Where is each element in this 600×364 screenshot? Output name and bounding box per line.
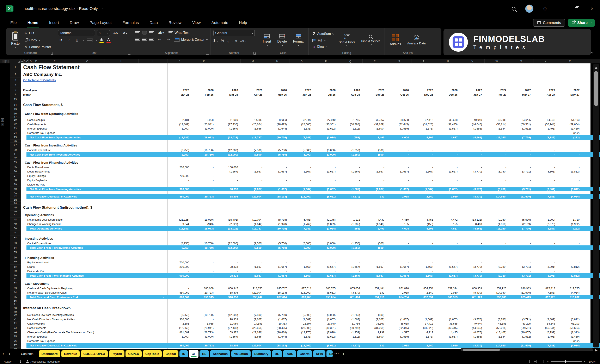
cell-value[interactable]: (1,250) [338, 246, 363, 249]
label-cell[interactable]: Net (Increase) Decrease In Cash [21, 291, 168, 294]
cell-value[interactable]: - [534, 270, 558, 273]
cell-value[interactable]: - [534, 166, 558, 169]
row-header-19[interactable]: 19 [10, 118, 21, 122]
cell-value[interactable]: (11,160) [485, 227, 509, 230]
cell-value[interactable]: - [534, 339, 558, 343]
cell-value[interactable]: 4,450 [387, 218, 412, 221]
sheet-tab-revenue[interactable]: Revenue [61, 350, 80, 357]
label-cell[interactable]: Month [21, 93, 168, 96]
cell-value[interactable]: (1,940) [363, 222, 387, 226]
increase-font-button[interactable]: A˄ [112, 31, 120, 36]
cell-value[interactable]: (28,506) [290, 326, 314, 329]
cell-value[interactable]: - [534, 313, 558, 317]
row-label[interactable]: Capital Expenditure [21, 148, 51, 152]
cell-value[interactable]: (3,801) [534, 188, 558, 191]
cell-value[interactable]: - [314, 131, 338, 135]
scroll-right-arrow[interactable]: ▶ [595, 348, 598, 352]
cell-value[interactable]: 850,345 [216, 287, 241, 290]
cell-value[interactable]: (28,425) [265, 326, 290, 329]
cell-value[interactable]: (3,780) [485, 274, 509, 277]
cell-value[interactable]: (1,567) [436, 335, 460, 338]
cell-value[interactable]: (9,350) [485, 218, 509, 221]
cell-value[interactable]: (1,667) [265, 170, 290, 173]
cell-value[interactable]: (1,667) [436, 318, 460, 321]
cell-value[interactable]: 851,484 [338, 296, 363, 299]
align-center-icon[interactable] [142, 38, 147, 41]
italic-button[interactable]: I [67, 38, 71, 43]
cell-value[interactable]: (1,644) [265, 127, 290, 130]
cell-value[interactable]: (1,000) [168, 335, 192, 338]
label-cell[interactable]: Capital Expenditure [21, 242, 168, 245]
tab-nav-right[interactable]: › [6, 351, 13, 356]
cell-value[interactable]: - [485, 183, 509, 186]
align-left-icon[interactable] [135, 38, 140, 41]
cell-value[interactable]: (1,667) [314, 265, 338, 268]
cell-value[interactable]: (13,909) [290, 291, 314, 294]
minimize-button[interactable]: – [553, 0, 569, 17]
menu-tab-view[interactable]: View [188, 18, 205, 27]
cell-value[interactable]: (222) [558, 136, 582, 139]
label-cell[interactable]: Equity Raisings [21, 174, 168, 177]
cell-value[interactable]: - [168, 287, 192, 290]
row-header-40[interactable]: 40 [10, 187, 21, 191]
row-label[interactable]: Cash Receipts [21, 118, 45, 121]
cell-value[interactable]: (53,214) [485, 123, 509, 126]
cell-value[interactable]: - [168, 170, 192, 173]
cell-value[interactable]: (1,667) [290, 318, 314, 321]
cell-value[interactable]: - [387, 131, 412, 135]
cell-value[interactable]: (1,762) [290, 222, 314, 226]
row-header-2[interactable]: 2 [10, 71, 21, 77]
cell-value[interactable]: - [290, 183, 314, 186]
cell-value[interactable]: 5,968 [192, 322, 216, 325]
cell-value[interactable]: (1,667) [436, 170, 460, 173]
cell-value[interactable]: 61,103 [558, 118, 582, 121]
cell-value[interactable]: - [412, 179, 436, 182]
font-dialog-launcher[interactable] [128, 52, 131, 55]
cell-value[interactable]: - [192, 183, 216, 186]
cell-value[interactable]: (16,488) [265, 331, 290, 334]
cell-value[interactable]: 851,923 [460, 296, 485, 299]
cell-value[interactable]: (1,667) [436, 274, 460, 277]
cell-value[interactable]: - [290, 131, 314, 135]
cell-value[interactable]: (1,667) [363, 170, 387, 173]
cell-value[interactable]: 98,333 [216, 188, 241, 191]
cell-value[interactable]: (1,644) [265, 335, 290, 338]
row-label[interactable]: Net Cash Flow from Financing Activities [21, 318, 75, 321]
cell-value[interactable]: (500) [363, 242, 387, 245]
ribbon-collapse-button[interactable] [591, 50, 593, 54]
column-header-M[interactable]: M [241, 59, 265, 64]
macro-record-button[interactable] [17, 360, 21, 363]
cell-value[interactable]: Dec-26 [436, 93, 460, 96]
cell-value[interactable]: 37,412 [412, 118, 436, 121]
cell-value[interactable]: (18,133) [265, 195, 290, 198]
cell-value[interactable]: (8,250) [168, 148, 192, 152]
cell-value[interactable]: 2,640 [412, 195, 436, 198]
cell-value[interactable]: (32,445) [387, 123, 412, 126]
cell-value[interactable]: 98,333 [216, 318, 241, 321]
cell-value[interactable]: (1,809) [534, 218, 558, 221]
cell-value[interactable]: (1,656) [241, 127, 265, 130]
cell-value[interactable]: (2,627) [216, 222, 241, 226]
cell-value[interactable]: (1,578) [412, 127, 436, 130]
cell-value[interactable]: (8,250) [168, 242, 192, 245]
cell-value[interactable]: 4,527 [387, 331, 412, 334]
cell-value[interactable]: (1,611) [338, 335, 363, 338]
row-label[interactable]: Change in Cash (Pre-Corporate Tax & Inte… [21, 331, 94, 334]
cell-value[interactable]: - [192, 270, 216, 273]
cell-value[interactable]: 43,588 [485, 322, 509, 325]
menu-tab-data[interactable]: Data [145, 18, 162, 27]
cell-value[interactable]: 900,000 [168, 274, 192, 277]
cell-value[interactable]: - [558, 148, 582, 152]
cell-value[interactable]: (500) [363, 313, 387, 317]
menu-tab-file[interactable]: File [6, 18, 21, 27]
cell-value[interactable]: (28,723) [192, 331, 216, 334]
cell-value[interactable]: (1,491) [534, 127, 558, 130]
cell-value[interactable]: (3,770) [460, 274, 485, 277]
cell-value[interactable]: - [534, 131, 558, 135]
row-header-47[interactable]: 47 [10, 212, 21, 218]
cell-value[interactable]: - [436, 339, 460, 343]
cell-value[interactable]: (3,812) [558, 265, 582, 268]
cut-button[interactable]: ✂Cut [24, 31, 52, 36]
cell-value[interactable]: 2026 [338, 89, 363, 92]
cell-value[interactable]: (4,034) [558, 344, 582, 347]
